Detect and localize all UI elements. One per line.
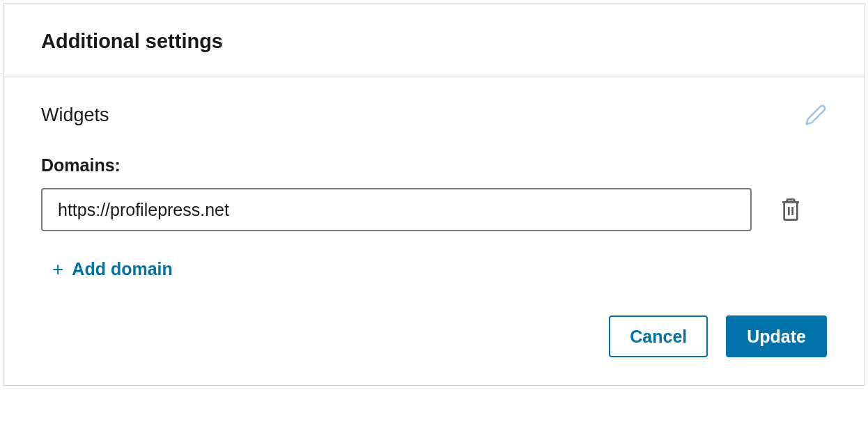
button-row: Cancel Update — [41, 315, 827, 357]
trash-icon[interactable] — [780, 196, 802, 223]
panel-header: Additional settings — [3, 3, 865, 77]
pencil-icon[interactable] — [805, 104, 827, 126]
add-domain-label: Add domain — [72, 259, 172, 279]
cancel-button[interactable]: Cancel — [609, 315, 708, 357]
additional-settings-panel: Additional settings Widgets Domains: — [3, 3, 865, 386]
update-button[interactable]: Update — [726, 315, 827, 357]
domain-input[interactable] — [41, 188, 752, 231]
widgets-section-label: Widgets — [41, 104, 109, 126]
domains-field-label: Domains: — [41, 155, 827, 176]
plus-icon: + — [52, 260, 63, 279]
panel-body: Widgets Domains: + Add d — [3, 77, 865, 385]
panel-title: Additional settings — [41, 30, 827, 53]
widgets-section-row: Widgets — [41, 104, 827, 126]
domain-row — [41, 188, 827, 231]
add-domain-button[interactable]: + Add domain — [52, 259, 173, 279]
